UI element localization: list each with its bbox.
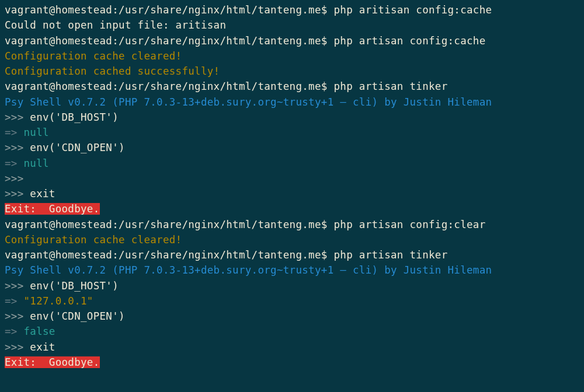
terminal-line: >>> env('DB_HOST')	[5, 278, 579, 293]
exit-message: Exit: Goodbye.	[5, 356, 100, 368]
error-output: Could not open input file: aritisan	[5, 19, 226, 31]
repl-input: exit	[30, 188, 55, 200]
repl-input: env('DB_HOST')	[30, 280, 119, 292]
terminal-line: => null	[5, 125, 579, 140]
shell-prompt: vagrant@homestead:/usr/share/nginx/html/…	[5, 249, 333, 261]
terminal-line: => null	[5, 156, 579, 171]
success-output: Configuration cached successfully!	[5, 65, 220, 77]
terminal-line: Configuration cache cleared!	[5, 232, 579, 247]
terminal-line: vagrant@homestead:/usr/share/nginx/html/…	[5, 217, 579, 232]
command-text: php artisan tinker	[333, 80, 447, 92]
terminal-line: >>>	[5, 171, 579, 186]
repl-result: null	[24, 127, 49, 138]
terminal-line: vagrant@homestead:/usr/share/nginx/html/…	[5, 79, 579, 94]
terminal-line: Exit: Goodbye.	[5, 201, 579, 216]
terminal-line: >>> env('CDN_OPEN')	[5, 309, 579, 324]
terminal-line: Could not open input file: aritisan	[5, 18, 579, 33]
command-text: php artisan config:cache	[333, 35, 485, 47]
repl-input: exit	[30, 341, 55, 353]
repl-result: null	[24, 158, 49, 169]
command-text: php aritisan config:cache	[333, 4, 492, 16]
repl-prompt: >>>	[5, 142, 30, 153]
command-text: php artisan config:clear	[333, 219, 485, 230]
terminal-line: Psy Shell v0.7.2 (PHP 7.0.3-13+deb.sury.…	[5, 262, 579, 278]
terminal-line: vagrant@homestead:/usr/share/nginx/html/…	[5, 2, 579, 18]
repl-input: env('CDN_OPEN')	[30, 310, 125, 322]
terminal-line: >>> env('CDN_OPEN')	[5, 140, 579, 155]
terminal-line: => "127.0.0.1"	[5, 293, 579, 309]
command-text: php artisan tinker	[333, 249, 447, 261]
shell-prompt: vagrant@homestead:/usr/share/nginx/html/…	[5, 4, 333, 16]
shell-prompt: vagrant@homestead:/usr/share/nginx/html/…	[5, 80, 333, 92]
psy-shell-banner: Psy Shell v0.7.2 (PHP 7.0.3-13+deb.sury.…	[5, 96, 492, 108]
repl-input: env('CDN_OPEN')	[30, 142, 125, 153]
result-arrow: =>	[5, 326, 24, 337]
repl-result: false	[24, 326, 55, 337]
repl-prompt: >>>	[5, 188, 30, 200]
repl-prompt: >>>	[5, 341, 30, 353]
exit-message: Exit: Goodbye.	[5, 203, 100, 215]
repl-prompt-empty: >>>	[5, 173, 24, 184]
terminal-line: >>> env('DB_HOST')	[5, 110, 579, 125]
repl-input: env('DB_HOST')	[30, 111, 119, 123]
shell-prompt: vagrant@homestead:/usr/share/nginx/html/…	[5, 219, 333, 230]
terminal-line: Psy Shell v0.7.2 (PHP 7.0.3-13+deb.sury.…	[5, 94, 579, 110]
terminal-line: Configuration cached successfully!	[5, 64, 579, 79]
repl-prompt: >>>	[5, 280, 30, 292]
repl-prompt: >>>	[5, 310, 30, 322]
success-output: Configuration cache cleared!	[5, 234, 182, 246]
terminal-line: => false	[5, 324, 579, 339]
repl-prompt: >>>	[5, 111, 30, 123]
terminal-line: vagrant@homestead:/usr/share/nginx/html/…	[5, 247, 579, 262]
result-arrow: =>	[5, 158, 24, 169]
psy-shell-banner: Psy Shell v0.7.2 (PHP 7.0.3-13+deb.sury.…	[5, 264, 492, 276]
terminal-line: Configuration cache cleared!	[5, 48, 579, 64]
result-arrow: =>	[5, 295, 24, 307]
terminal-line: vagrant@homestead:/usr/share/nginx/html/…	[5, 33, 579, 48]
terminal-line: Exit: Goodbye.	[5, 355, 579, 370]
terminal-line: >>> exit	[5, 340, 579, 355]
success-output: Configuration cache cleared!	[5, 50, 182, 62]
shell-prompt: vagrant@homestead:/usr/share/nginx/html/…	[5, 35, 333, 47]
result-arrow: =>	[5, 127, 24, 138]
terminal-line: >>> exit	[5, 186, 579, 201]
repl-result: "127.0.0.1"	[24, 295, 93, 307]
